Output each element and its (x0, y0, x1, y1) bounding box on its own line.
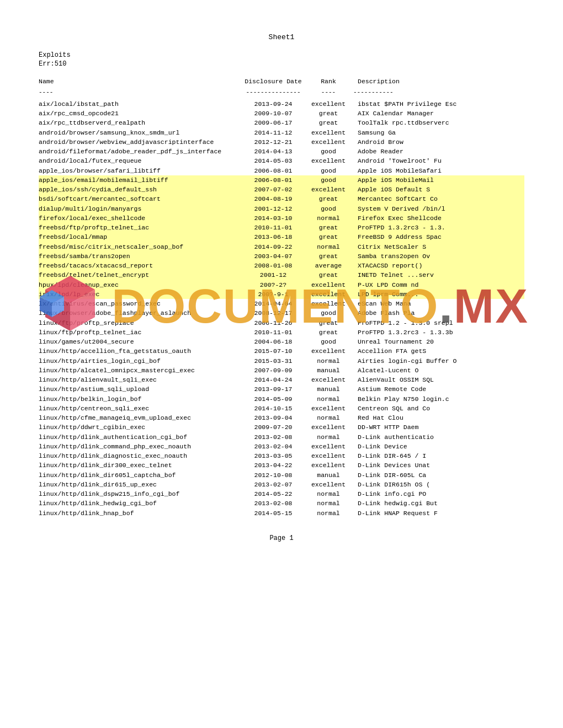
sheet-title: Sheet1 (39, 33, 524, 41)
cell-rank: great (304, 251, 353, 261)
cell-desc: Samsung Ga (353, 128, 524, 137)
cell-date: 200?-9-1 (243, 290, 304, 299)
cell-rank: good (304, 175, 353, 185)
table-row: aix/local/ibstat_path2013-09-24excellent… (39, 99, 524, 109)
cell-name: linux/http/astium_sqli_upload (39, 384, 243, 394)
cell-desc: Red Hat Clou (353, 413, 524, 422)
cell-name: linux/http/dlink_dir605l_captcha_bof (39, 470, 243, 480)
cell-date: 2006-11-26 (243, 318, 304, 328)
cell-name: linux/browser/adobe_flashplayer_aslaunch (39, 308, 243, 318)
cell-date: 2004-08-19 (243, 194, 304, 204)
table-row: linux/http/dlink_dir300_exec_telnet2013-… (39, 461, 524, 470)
cell-desc: INETD Telnet ...serv (353, 270, 524, 280)
cell-date: 2013-02-07 (243, 480, 304, 489)
table-row: linux/http/dlink_hedwig_cgi_bof2013-02-0… (39, 499, 524, 508)
table-row: lx/antivirus/escan_password_exec2014-04-… (39, 299, 524, 308)
cell-name: hpux/lpd/cleanup_exec (39, 280, 243, 290)
cell-rank: excellent (304, 99, 353, 109)
cell-date: 2014-11-12 (243, 128, 304, 137)
cell-date: 2013-06-18 (243, 232, 304, 242)
cell-name: linux/http/dlink_authentication_cgi_bof (39, 432, 243, 442)
cell-rank: normal (304, 508, 353, 518)
cell-name: freebsd/ftp/proftp_telnet_iac (39, 223, 243, 232)
table-row: firefox/local/exec_shellcode2014-03-10no… (39, 213, 524, 223)
err-line: Err:510 (39, 60, 524, 68)
table-row: freebsd/telnet/telnet_encrypt2001-12grea… (39, 270, 524, 280)
cell-desc: FreeBSD 9 Address Spac (353, 232, 524, 242)
page-footer: Page 1 (39, 534, 524, 542)
cell-desc: Astium Remote Code (353, 384, 524, 394)
cell-rank: excellent (304, 422, 353, 432)
cell-name: linux/http/accellion_fta_getstatus_oauth (39, 346, 243, 356)
cell-date: 2015-07-10 (243, 346, 304, 356)
table-row: aix/rpc_ttdbserverd_realpath2009-06-17gr… (39, 118, 524, 127)
cell-desc: Centreon SQL and Co (353, 404, 524, 413)
cell-name: firefox/local/exec_shellcode (39, 213, 243, 223)
cell-rank: great (304, 270, 353, 280)
cell-rank: excellent (304, 375, 353, 384)
cell-name: linux/http/ddwrt_cgibin_exec (39, 422, 243, 432)
cell-name: linux/http/centreon_sqli_exec (39, 404, 243, 413)
cell-date: 2014-10-15 (243, 404, 304, 413)
table-row: linux/http/dlink_command_php_exec_noauth… (39, 442, 524, 451)
table-row: linux/browser/adobe_flashplayer_aslaunch… (39, 308, 524, 318)
cell-desc: D-Link HNAP Request F (353, 508, 524, 518)
table-row: apple_ios/email/mobilemail_libtiff2006-0… (39, 175, 524, 185)
cell-desc: Airties login-cgi Buffer O (353, 356, 524, 366)
cell-desc: Android Brow (353, 137, 524, 147)
cell-date: 2010-11-01 (243, 328, 304, 337)
cell-desc: Belkin Play N750 login.c (353, 394, 524, 404)
table-row: dialup/multi/login/manyargs2001-12-12goo… (39, 204, 524, 213)
table-row: hpux/lpd/cleanup_exec200?-2?excellentP-U… (39, 280, 524, 290)
cell-rank: normal (304, 394, 353, 404)
exploits-header: Exploits (39, 51, 524, 59)
separator-row: ---- --------------- ---- ----------- (39, 88, 524, 97)
cell-name: linux/games/ut2004_secure (39, 337, 243, 346)
cell-date: 2014-05-22 (243, 489, 304, 499)
cell-name: android/fileformat/adobe_reader_pdf_js_i… (39, 147, 243, 156)
cell-desc: D-Link authenticatio (353, 432, 524, 442)
cell-name: linux/ftp/proftp_sreplace (39, 318, 243, 328)
table-row: linux/http/dlink_hnap_bof2014-05-15norma… (39, 508, 524, 518)
table-row: linux/http/dlink_diagnostic_exec_noauth2… (39, 451, 524, 461)
table-row: freebsd/ftp/proftp_telnet_iac2010-11-01g… (39, 223, 524, 232)
cell-rank: excellent (304, 461, 353, 470)
cell-name: linux/http/dlink_dir615_up_exec (39, 480, 243, 489)
cell-desc: ProFTPD 1.2 - 1.3.0 srepl (353, 318, 524, 328)
cell-desc: Alcatel-Lucent O (353, 366, 524, 375)
cell-desc: Adobe Flash Pla (353, 308, 524, 318)
table-row: aix/rpc_cmsd_opcode212009-10-07greatAIX … (39, 109, 524, 118)
table-row: android/browser/samsung_knox_smdm_url201… (39, 128, 524, 137)
cell-date: 2013-09-17 (243, 384, 304, 394)
table-row: linux/http/alcatel_omnipcx_mastercgi_exe… (39, 366, 524, 375)
cell-name: linux/http/dlink_dir300_exec_telnet (39, 461, 243, 470)
cell-date: 2013-04-22 (243, 461, 304, 470)
cell-name: linux/http/belkin_login_bof (39, 394, 243, 404)
cell-desc: AlienVault OSSIM SQL (353, 375, 524, 384)
cell-rank: average (304, 261, 353, 270)
cell-desc: Apple iOS Default S (353, 185, 524, 194)
cell-date: 2015-03-31 (243, 356, 304, 366)
cell-rank: excellent (304, 299, 353, 308)
sep-rank: ---- (304, 88, 353, 97)
cell-name: apple_ios/ssh/cydia_default_ssh (39, 185, 243, 194)
table-row: linux/http/astium_sqli_upload2013-09-17m… (39, 384, 524, 394)
cell-name: aix/local/ibstat_path (39, 99, 243, 109)
cell-rank: normal (304, 499, 353, 508)
cell-desc: D-Link DIR615h OS ( (353, 480, 524, 489)
cell-desc: D-Link info.cgi PO (353, 489, 524, 499)
cell-date: 2001-12-12 (243, 204, 304, 213)
cell-desc: Apple iOS MobileSafari (353, 166, 524, 175)
cell-rank: good (304, 204, 353, 213)
cell-rank: excellent (304, 451, 353, 461)
cell-name: freebsd/local/mmap (39, 232, 243, 242)
cell-name: freebsd/samba/trans2open (39, 251, 243, 261)
cell-rank: manual (304, 384, 353, 394)
col-header-name: Name (39, 77, 243, 87)
cell-name: android/browser/samsung_knox_smdm_url (39, 128, 243, 137)
cell-rank: great (304, 118, 353, 127)
cell-name: aix/rpc_ttdbserverd_realpath (39, 118, 243, 127)
cell-desc: Mercantec SoftCart Co (353, 194, 524, 204)
cell-rank: great (304, 109, 353, 118)
table-row: linux/http/alienvault_sqli_exec2014-04-2… (39, 375, 524, 384)
